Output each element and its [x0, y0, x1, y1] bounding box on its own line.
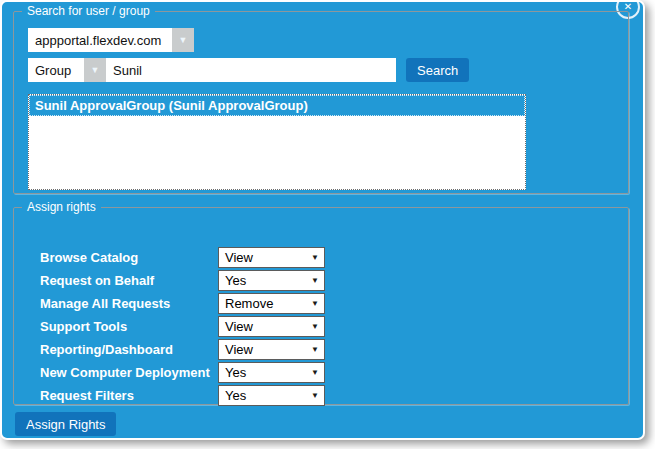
assign-rights-section: Assign rights Browse Catalog View ▼ Requ… [13, 200, 629, 405]
rights-row: Request on Behalf Yes ▼ [40, 270, 154, 291]
rights-row: Manage All Requests Remove ▼ [40, 293, 170, 314]
support-tools-select[interactable]: View ▼ [218, 316, 325, 337]
domain-dropdown-value: appportal.flexdev.com [28, 28, 172, 52]
browse-catalog-select[interactable]: View ▼ [218, 247, 325, 268]
rights-row: Support Tools View ▼ [40, 316, 127, 337]
assign-rights-button[interactable]: Assign Rights [15, 412, 116, 436]
chevron-down-icon: ▼ [84, 58, 106, 82]
assign-rights-dialog: ✕ Search for user / group appportal.flex… [0, 0, 645, 440]
request-filters-select[interactable]: Yes ▼ [218, 385, 325, 406]
search-input[interactable] [106, 58, 396, 82]
select-arrow-icon: ▼ [311, 392, 319, 400]
search-results-listbox: Sunil ApprovalGroup (Sunil ApprovalGroup… [28, 94, 526, 190]
select-arrow-icon: ▼ [311, 277, 319, 285]
manage-all-requests-select[interactable]: Remove ▼ [218, 293, 325, 314]
rights-row-label: New Computer Deployment [40, 365, 210, 380]
select-value: Remove [225, 296, 273, 311]
rights-row-label: Request Filters [40, 388, 134, 403]
select-arrow-icon: ▼ [311, 300, 319, 308]
rights-row: Browse Catalog View ▼ [40, 247, 138, 268]
search-section-legend: Search for user / group [22, 4, 155, 18]
new-computer-deployment-select[interactable]: Yes ▼ [218, 362, 325, 383]
rights-row: Reporting/Dashboard View ▼ [40, 339, 173, 360]
select-value: View [225, 250, 253, 265]
rights-row: Request Filters Yes ▼ [40, 385, 134, 406]
rights-row: New Computer Deployment Yes ▼ [40, 362, 210, 383]
select-arrow-icon: ▼ [311, 254, 319, 262]
chevron-down-icon: ▼ [172, 28, 194, 52]
select-value: Yes [225, 365, 246, 380]
select-arrow-icon: ▼ [311, 323, 319, 331]
request-on-behalf-select[interactable]: Yes ▼ [218, 270, 325, 291]
select-arrow-icon: ▼ [311, 369, 319, 377]
reporting-dashboard-select[interactable]: View ▼ [218, 339, 325, 360]
rights-row-label: Support Tools [40, 319, 127, 334]
search-user-group-section: Search for user / group appportal.flexde… [13, 4, 629, 194]
search-button[interactable]: Search [406, 58, 469, 82]
rights-section-legend: Assign rights [22, 200, 101, 214]
rights-row-label: Browse Catalog [40, 250, 138, 265]
rights-row-label: Reporting/Dashboard [40, 342, 173, 357]
select-value: View [225, 319, 253, 334]
domain-dropdown[interactable]: appportal.flexdev.com ▼ [28, 28, 194, 52]
rights-row-label: Request on Behalf [40, 273, 154, 288]
rights-row-label: Manage All Requests [40, 296, 170, 311]
list-item[interactable]: Sunil ApprovalGroup (Sunil ApprovalGroup… [29, 95, 525, 116]
select-arrow-icon: ▼ [311, 346, 319, 354]
search-type-dropdown[interactable]: Group ▼ [28, 58, 106, 82]
search-type-dropdown-value: Group [28, 58, 84, 82]
select-value: View [225, 342, 253, 357]
select-value: Yes [225, 388, 246, 403]
select-value: Yes [225, 273, 246, 288]
